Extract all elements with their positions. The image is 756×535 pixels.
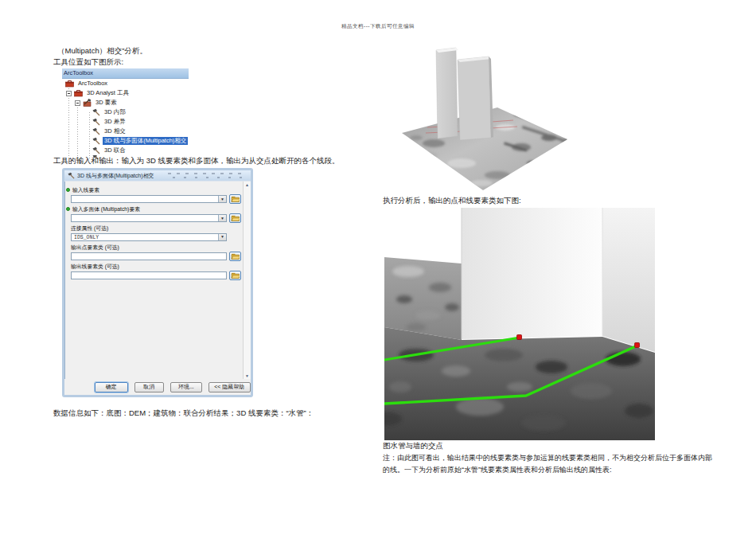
hammer-icon xyxy=(92,146,100,154)
tree-item-label: 3D 联合 xyxy=(103,146,127,154)
tree-item-label: 3D 相交 xyxy=(103,127,127,135)
wall-intersection-3d-render xyxy=(384,208,655,440)
toolbox-icon xyxy=(65,80,74,88)
toolset-icon xyxy=(83,99,92,107)
tree-item-3d-analyst[interactable]: 3D Analyst 工具 xyxy=(62,88,189,98)
tree-item-3d-features[interactable]: 3D 要素 xyxy=(62,98,189,107)
field-label-output-points: 输出点要素类 (可选) xyxy=(71,244,241,251)
paragraph-io: 工具的输入和输出：输入为 3D 线要素类和多面体，输出为从交点处断开的各个线段。 xyxy=(53,156,339,166)
titlebar-artifact xyxy=(168,173,244,178)
dialog-title: 3D 线与多面体(Multipatch)相交 xyxy=(77,172,154,180)
hammer-icon xyxy=(68,172,75,179)
paragraph-multipatch: （Multipatch）相交”分析。 xyxy=(57,46,147,57)
join-attributes-value: IDS_ONLY xyxy=(74,235,99,240)
collapse-icon[interactable] xyxy=(66,91,72,96)
required-dot-icon xyxy=(66,188,70,192)
tree-item-label: ArcToolbox xyxy=(76,80,109,88)
scroll-up-icon[interactable]: ▲ xyxy=(245,182,249,187)
tree-item-label-selected: 3D 线与多面体(Multipatch)相交 xyxy=(103,137,188,145)
hammer-icon xyxy=(92,118,100,126)
hammer-icon xyxy=(92,137,100,145)
browse-button[interactable] xyxy=(229,252,241,261)
page-header-text: 精品文档---下载后可任意编辑 xyxy=(0,23,756,30)
tree-item-difference-3d[interactable]: 3D 差异 xyxy=(62,117,189,127)
intersection-point xyxy=(635,343,640,348)
dialog-scrollbar[interactable]: ▲ ▼ xyxy=(243,182,251,379)
ok-button[interactable]: 确定 xyxy=(95,382,128,392)
required-dot-icon xyxy=(66,207,70,211)
output-point-featureclass-input[interactable] xyxy=(71,252,227,260)
paragraph-analysis-result: 执行分析后，输出的点和线要素类如下图: xyxy=(383,196,521,206)
field-label-join-attributes: 连接属性 (可选) xyxy=(71,225,241,232)
tree-item-intersect-line-multipatch[interactable]: 3D 线与多面体(Multipatch)相交 xyxy=(62,136,189,146)
toolbox-icon xyxy=(74,89,83,97)
tool-dialog: 3D 线与多面体(Multipatch)相交 输入线要素 ▼ xyxy=(62,168,253,397)
field-label-input-line: 输入线要素 xyxy=(71,186,241,193)
input-multipatch-combo[interactable]: ▼ xyxy=(71,214,227,222)
dialog-buttons: 确定 取消 环境... << 隐藏帮助 xyxy=(64,379,251,395)
environments-button[interactable]: 环境... xyxy=(170,382,202,392)
browse-button[interactable] xyxy=(229,194,241,204)
scroll-down-icon[interactable]: ▼ xyxy=(245,373,249,378)
arctoolbox-tree: ArcToolbox 3D Analyst 工具 3D 要素 xyxy=(62,79,189,159)
chevron-down-icon[interactable]: ▼ xyxy=(218,215,226,221)
buildings-3d-render xyxy=(386,44,645,195)
browse-button[interactable] xyxy=(229,271,241,280)
tree-item-union-3d[interactable]: 3D 联合 xyxy=(62,146,189,155)
figure-caption: 图水管与墙的交点 xyxy=(383,441,443,451)
paragraph-data-info: 数据信息如下：底图：DEM；建筑物：联合分析结果；3D 线要素类：“水管”： xyxy=(53,408,314,419)
tree-item-arctoolbox-root[interactable]: ArcToolbox xyxy=(62,79,189,88)
building-right xyxy=(458,57,493,140)
field-label-output-lines: 输出线要素类 (可选) xyxy=(71,263,241,270)
join-attributes-dropdown[interactable]: IDS_ONLY ▼ xyxy=(71,233,227,241)
tree-item-label: 3D 差异 xyxy=(103,118,127,126)
dialog-titlebar[interactable]: 3D 线与多面体(Multipatch)相交 xyxy=(64,170,251,181)
dialog-parameters: 输入线要素 ▼ 输入多面体 (Multipatch)要素 ▼ xyxy=(64,182,243,379)
tree-item-intersect-3d[interactable]: 3D 相交 xyxy=(62,127,189,136)
intersection-point xyxy=(517,335,522,340)
field-label-input-multipatch: 输入多面体 (Multipatch)要素 xyxy=(71,205,241,213)
wall-left-face xyxy=(462,208,602,339)
tree-item-label: 3D Analyst 工具 xyxy=(85,89,131,97)
wall-right-face xyxy=(602,208,655,352)
hammer-icon xyxy=(92,108,100,116)
tree-item-inside-3d[interactable]: 3D 内部 xyxy=(62,107,189,117)
chevron-down-icon[interactable]: ▼ xyxy=(218,234,226,240)
arctoolbox-panel: ArcToolbox ArcToolbox 3D Analyst 工具 xyxy=(62,68,189,159)
paragraph-note: 注：由此图可看出，输出结果中的线要素类与参加运算的线要素类相同，不为相交分析后位… xyxy=(383,452,717,475)
document-page: 精品文档---下载后可任意编辑 （Multipatch）相交”分析。 工具位置如… xyxy=(0,0,756,535)
tree-item-label: 3D 内部 xyxy=(103,108,127,116)
paragraph-tool-location: 工具位置如下图所示: xyxy=(53,57,123,68)
building-left xyxy=(436,48,458,139)
output-line-featureclass-input[interactable] xyxy=(71,271,227,279)
arctoolbox-panel-title: ArcToolbox xyxy=(62,68,189,79)
browse-button[interactable] xyxy=(229,213,241,223)
cancel-button[interactable]: 取消 xyxy=(134,382,165,392)
chevron-down-icon[interactable]: ▼ xyxy=(218,196,226,202)
collapse-icon[interactable] xyxy=(75,100,80,106)
input-line-features-combo[interactable]: ▼ xyxy=(71,195,227,203)
hammer-icon xyxy=(92,127,100,135)
tree-item-label: 3D 要素 xyxy=(94,99,119,107)
hide-help-button[interactable]: << 隐藏帮助 xyxy=(208,382,251,392)
